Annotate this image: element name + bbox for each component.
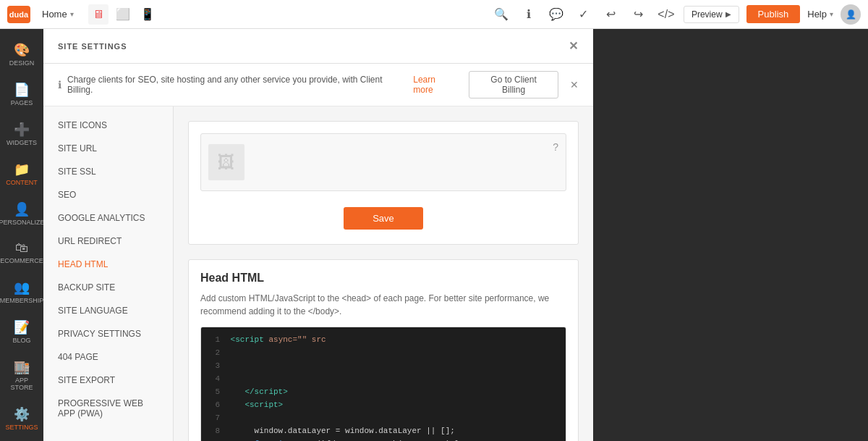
- settings-panel: SITE SETTINGS ✕ ℹ Charge clients for SEO…: [43, 29, 593, 441]
- sidebar-item-widgets[interactable]: ➕ WIDGETS: [2, 116, 41, 153]
- check-icon[interactable]: ✓: [574, 4, 594, 25]
- code-editor[interactable]: 12345 678910 1112131415 1617181920 21222…: [200, 327, 566, 441]
- main-layout: 🎨 DESIGN 📄 PAGES ➕ WIDGETS 📁 CONTENT 👤 P…: [0, 29, 868, 441]
- learn-more-link[interactable]: Learn more: [413, 75, 457, 95]
- sidebar-item-appstore[interactable]: 🏬 APP STORE: [2, 353, 41, 398]
- sidebar-item-settings-label: SETTINGS: [5, 424, 38, 432]
- head-html-section: Head HTML Add custom HTML/JavaScript to …: [188, 259, 579, 441]
- widgets-icon: ➕: [14, 122, 30, 138]
- mobile-icon[interactable]: 📱: [137, 4, 158, 25]
- nav-google-analytics[interactable]: GOOGLE ANALYTICS: [43, 206, 173, 230]
- sidebar-item-design[interactable]: 🎨 DESIGN: [2, 36, 41, 73]
- help-question-icon[interactable]: ?: [553, 141, 558, 153]
- billing-text: Charge clients for SEO, site hosting and…: [67, 75, 407, 95]
- design-icon: 🎨: [14, 42, 30, 58]
- site-icons-section: 🖼 ? Save: [188, 121, 579, 245]
- nav-site-ssl[interactable]: SITE SSL: [43, 160, 173, 183]
- sidebar-item-blog[interactable]: 📝 BLOG: [2, 314, 41, 350]
- help-button[interactable]: Help ▾: [807, 9, 833, 20]
- head-html-description: Add custom HTML/JavaScript to the <head>…: [200, 292, 566, 318]
- sidebar-item-design-label: DESIGN: [9, 60, 35, 67]
- sidebar-item-pages-label: PAGES: [11, 100, 33, 107]
- left-sidebar: 🎨 DESIGN 📄 PAGES ➕ WIDGETS 📁 CONTENT 👤 P…: [0, 29, 43, 441]
- undo-icon[interactable]: ↩: [601, 4, 621, 25]
- publish-button[interactable]: Publish: [746, 5, 801, 23]
- help-label: Help: [807, 9, 827, 20]
- billing-info-icon: ℹ: [58, 79, 61, 91]
- redo-icon[interactable]: ↪: [629, 4, 649, 25]
- settings-title: SITE SETTINGS: [58, 42, 127, 51]
- tablet-icon[interactable]: ⬜: [113, 4, 133, 25]
- nav-backup-site[interactable]: BACKUP SITE: [43, 276, 173, 299]
- membership-icon: 👥: [14, 280, 30, 295]
- billing-banner: ℹ Charge clients for SEO, site hosting a…: [43, 64, 593, 106]
- sidebar-item-ecommerce[interactable]: 🛍 ECOMMERCE: [2, 235, 41, 271]
- settings-main: 🖼 ? Save Head HTML Add custom HTML/JavaS…: [174, 106, 593, 441]
- code-area[interactable]: 12345 678910 1112131415 1617181920 21222…: [201, 327, 566, 441]
- banner-close-icon[interactable]: ✕: [570, 79, 579, 91]
- topbar-actions: 🔍 ℹ 💬 ✓ ↩ ↪ </> Preview ▶ Publish Help ▾…: [491, 4, 861, 25]
- preview-button[interactable]: Preview ▶: [684, 6, 739, 23]
- nav-seo[interactable]: SEO: [43, 183, 173, 206]
- line-numbers: 12345 678910 1112131415 1617181920 21222…: [201, 327, 223, 441]
- settings-close-icon[interactable]: ✕: [569, 39, 579, 53]
- ecommerce-icon: 🛍: [15, 240, 28, 256]
- site-icons-save-button[interactable]: Save: [344, 207, 423, 230]
- settings-header: SITE SETTINGS ✕: [43, 29, 593, 64]
- nav-site-url[interactable]: SITE URL: [43, 137, 173, 160]
- home-label: Home: [42, 9, 67, 20]
- home-chevron-icon: ▾: [70, 10, 74, 18]
- sidebar-item-settings[interactable]: ⚙️ SETTINGS: [2, 400, 41, 437]
- code-content[interactable]: <script async="" src </script> <script> …: [223, 327, 566, 441]
- topbar: duda Home ▾ 🖥 ⬜ 📱 🔍 ℹ 💬 ✓ ↩ ↪ </> Previe…: [0, 0, 868, 29]
- nav-404-page[interactable]: 404 PAGE: [43, 345, 173, 369]
- settings-content: SITE ICONS SITE URL SITE SSL SEO GOOGLE …: [43, 106, 593, 441]
- code-icon[interactable]: </>: [656, 4, 676, 25]
- sidebar-item-ecommerce-label: ECOMMERCE: [0, 258, 43, 265]
- nav-site-export[interactable]: SITE EXPORT: [43, 369, 173, 392]
- personalize-icon: 👤: [14, 201, 30, 217]
- duda-logo: duda: [7, 6, 30, 23]
- device-icons: 🖥 ⬜ 📱: [88, 4, 158, 25]
- appstore-icon: 🏬: [14, 359, 30, 375]
- sidebar-item-blog-label: BLOG: [12, 337, 30, 345]
- pages-icon: 📄: [14, 82, 30, 98]
- nav-site-language[interactable]: SITE LANGUAGE: [43, 299, 173, 322]
- sidebar-item-content[interactable]: 📁 CONTENT: [2, 156, 41, 193]
- help-chevron-icon: ▾: [830, 10, 833, 18]
- sidebar-item-widgets-label: WIDGETS: [7, 140, 37, 147]
- sidebar-item-personalize[interactable]: 👤 PERSONALIZE: [2, 196, 41, 232]
- head-html-title: Head HTML: [200, 272, 566, 285]
- desktop-icon[interactable]: 🖥: [88, 4, 109, 25]
- sidebar-item-pages[interactable]: 📄 PAGES: [2, 76, 41, 113]
- info-icon[interactable]: ℹ: [519, 4, 539, 25]
- nav-head-html[interactable]: HEAD HTML: [43, 253, 173, 276]
- chat-icon[interactable]: 💬: [546, 4, 566, 25]
- nav-site-icons[interactable]: SITE ICONS: [43, 114, 173, 137]
- nav-url-redirect[interactable]: URL REDIRECT: [43, 230, 173, 253]
- content-icon: 📁: [14, 161, 30, 177]
- preview-label: Preview: [692, 9, 723, 20]
- home-dropdown[interactable]: Home ▾: [36, 6, 80, 22]
- sidebar-item-personalize-label: PERSONALIZE: [0, 219, 45, 227]
- search-icon[interactable]: 🔍: [491, 4, 511, 25]
- nav-pwa[interactable]: PROGRESSIVE WEB APP (PWA): [43, 392, 173, 425]
- settings-icon: ⚙️: [14, 406, 30, 422]
- site-icons-save-row: Save: [200, 200, 566, 232]
- panel-area: SITE SETTINGS ✕ ℹ Charge clients for SEO…: [43, 29, 593, 441]
- sidebar-item-membership[interactable]: 👥 MEMBERSHIP: [2, 274, 41, 311]
- sidebar-item-appstore-label: APP STORE: [5, 377, 38, 392]
- favicon-placeholder: 🖼: [208, 144, 244, 180]
- icon-preview-area: 🖼 ?: [200, 133, 566, 191]
- sidebar-item-content-label: CONTENT: [6, 180, 38, 187]
- play-icon: ▶: [726, 10, 731, 18]
- go-client-billing-button[interactable]: Go to Client Billing: [469, 71, 558, 98]
- sidebar-item-membership-label: MEMBERSHIP: [0, 298, 43, 305]
- nav-privacy-settings[interactable]: PRIVACY SETTINGS: [43, 322, 173, 345]
- avatar[interactable]: 👤: [841, 4, 861, 25]
- blog-icon: 📝: [14, 319, 30, 335]
- settings-nav: SITE ICONS SITE URL SITE SSL SEO GOOGLE …: [43, 106, 174, 441]
